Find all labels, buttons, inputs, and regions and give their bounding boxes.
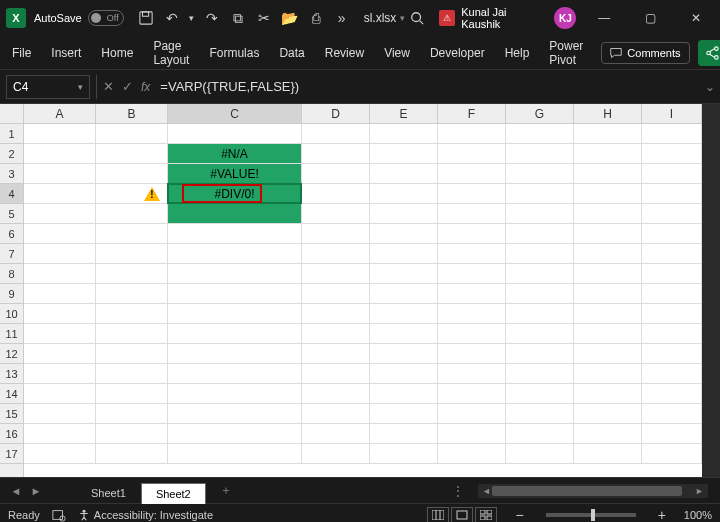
cell-I12[interactable] <box>642 344 702 364</box>
user-account[interactable]: ⚠ Kunal Jai Kaushik KJ <box>439 6 576 30</box>
cell-I15[interactable] <box>642 404 702 424</box>
cell-H8[interactable] <box>574 264 642 284</box>
cell-I3[interactable] <box>642 164 702 184</box>
cell-F4[interactable] <box>438 184 506 204</box>
cell-A3[interactable] <box>24 164 96 184</box>
cell-B10[interactable] <box>96 304 168 324</box>
cells-area[interactable]: #N/A#VALUE!#DIV/0! ! <box>24 124 702 477</box>
cell-I14[interactable] <box>642 384 702 404</box>
document-name[interactable]: sl.xlsx ▾ <box>364 11 406 25</box>
cell-F14[interactable] <box>438 384 506 404</box>
accessibility-status[interactable]: Accessibility: Investigate <box>78 509 213 521</box>
row-header-3[interactable]: 3 <box>0 164 23 184</box>
horizontal-scrollbar[interactable]: ◄ ► <box>478 484 708 498</box>
cell-E7[interactable] <box>370 244 438 264</box>
cell-D2[interactable] <box>302 144 370 164</box>
cell-G6[interactable] <box>506 224 574 244</box>
zoom-in-button[interactable]: + <box>652 507 672 523</box>
cell-C14[interactable] <box>168 384 302 404</box>
normal-view-button[interactable] <box>427 507 449 523</box>
tab-power-pivot[interactable]: Power Pivot <box>547 35 585 71</box>
cell-A5[interactable] <box>24 204 96 224</box>
row-header-1[interactable]: 1 <box>0 124 23 144</box>
cell-G11[interactable] <box>506 324 574 344</box>
cell-E3[interactable] <box>370 164 438 184</box>
vertical-scrollbar[interactable] <box>702 104 720 477</box>
cell-E10[interactable] <box>370 304 438 324</box>
tab-review[interactable]: Review <box>323 42 366 64</box>
add-sheet-button[interactable]: ＋ <box>214 482 238 499</box>
open-icon[interactable]: 📂 <box>278 6 302 30</box>
cell-C17[interactable] <box>168 444 302 464</box>
cell-F17[interactable] <box>438 444 506 464</box>
col-header-D[interactable]: D <box>302 104 370 123</box>
cell-G1[interactable] <box>506 124 574 144</box>
cell-G16[interactable] <box>506 424 574 444</box>
sheet-tab-sheet1[interactable]: Sheet1 <box>76 482 141 503</box>
row-header-16[interactable]: 16 <box>0 424 23 444</box>
tab-data[interactable]: Data <box>277 42 306 64</box>
row-header-5[interactable]: 5 <box>0 204 23 224</box>
cell-G14[interactable] <box>506 384 574 404</box>
cell-G8[interactable] <box>506 264 574 284</box>
cell-F11[interactable] <box>438 324 506 344</box>
cell-A1[interactable] <box>24 124 96 144</box>
cell-H14[interactable] <box>574 384 642 404</box>
cell-G3[interactable] <box>506 164 574 184</box>
row-header-9[interactable]: 9 <box>0 284 23 304</box>
tab-formulas[interactable]: Formulas <box>207 42 261 64</box>
cell-I7[interactable] <box>642 244 702 264</box>
tab-help[interactable]: Help <box>503 42 532 64</box>
cell-C8[interactable] <box>168 264 302 284</box>
cell-A14[interactable] <box>24 384 96 404</box>
cut-icon[interactable]: ✂ <box>252 6 276 30</box>
search-icon[interactable] <box>405 6 429 30</box>
cell-E17[interactable] <box>370 444 438 464</box>
cell-D8[interactable] <box>302 264 370 284</box>
autosave-toggle[interactable]: Off <box>88 10 124 26</box>
cell-A16[interactable] <box>24 424 96 444</box>
cell-E12[interactable] <box>370 344 438 364</box>
share-button[interactable] <box>698 40 720 66</box>
cell-F7[interactable] <box>438 244 506 264</box>
row-header-7[interactable]: 7 <box>0 244 23 264</box>
cell-H6[interactable] <box>574 224 642 244</box>
formula-expand-icon[interactable]: ⌄ <box>700 80 720 94</box>
col-header-C[interactable]: C <box>168 104 302 123</box>
cell-G10[interactable] <box>506 304 574 324</box>
cell-I11[interactable] <box>642 324 702 344</box>
cell-H1[interactable] <box>574 124 642 144</box>
cell-C11[interactable] <box>168 324 302 344</box>
cell-E6[interactable] <box>370 224 438 244</box>
page-layout-view-button[interactable] <box>451 507 473 523</box>
cell-D13[interactable] <box>302 364 370 384</box>
col-header-F[interactable]: F <box>438 104 506 123</box>
cell-H10[interactable] <box>574 304 642 324</box>
cell-A15[interactable] <box>24 404 96 424</box>
cell-B2[interactable] <box>96 144 168 164</box>
cell-B11[interactable] <box>96 324 168 344</box>
cell-B4[interactable] <box>96 184 168 204</box>
undo-icon[interactable]: ↶ <box>160 6 184 30</box>
cell-C10[interactable] <box>168 304 302 324</box>
cell-F13[interactable] <box>438 364 506 384</box>
cell-G15[interactable] <box>506 404 574 424</box>
cell-B17[interactable] <box>96 444 168 464</box>
cell-D1[interactable] <box>302 124 370 144</box>
cell-G5[interactable] <box>506 204 574 224</box>
cell-A8[interactable] <box>24 264 96 284</box>
zoom-thumb[interactable] <box>591 509 595 521</box>
cell-F9[interactable] <box>438 284 506 304</box>
cell-E15[interactable] <box>370 404 438 424</box>
tab-page-layout[interactable]: Page Layout <box>151 35 191 71</box>
cell-F12[interactable] <box>438 344 506 364</box>
cell-D16[interactable] <box>302 424 370 444</box>
cell-H16[interactable] <box>574 424 642 444</box>
col-header-H[interactable]: H <box>574 104 642 123</box>
cell-A11[interactable] <box>24 324 96 344</box>
select-all-corner[interactable] <box>0 104 24 124</box>
tab-home[interactable]: Home <box>99 42 135 64</box>
minimize-button[interactable]: ― <box>586 4 622 32</box>
zoom-slider[interactable] <box>546 513 636 517</box>
cell-G2[interactable] <box>506 144 574 164</box>
